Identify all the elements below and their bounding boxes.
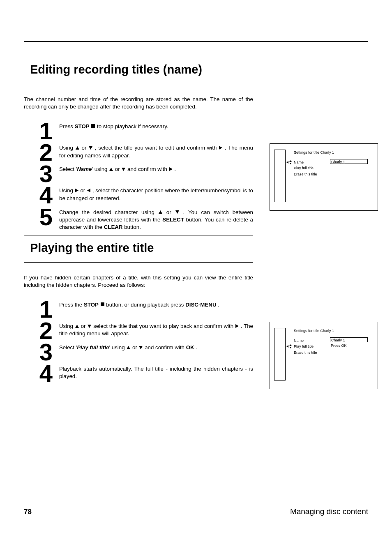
svg-marker-2 xyxy=(89,146,92,150)
svg-rect-0 xyxy=(91,124,95,128)
ok-button-label: OK xyxy=(186,344,194,351)
top-rule xyxy=(24,41,368,42)
section1-intro: The channel number and time of the recor… xyxy=(24,96,253,111)
step-4: 4 Using or , select the character positi… xyxy=(24,184,253,206)
osd-item: Name xyxy=(294,338,317,344)
disc-menu-button-label: DISC-MENU xyxy=(185,302,216,308)
left-icon xyxy=(87,187,91,195)
svg-marker-7 xyxy=(75,189,78,192)
section2-title: Playing the entire title xyxy=(30,241,247,255)
svg-marker-22 xyxy=(289,347,292,348)
svg-marker-6 xyxy=(169,167,173,171)
name-option: Name xyxy=(77,166,92,172)
stop-icon xyxy=(100,301,105,309)
svg-marker-17 xyxy=(235,324,239,328)
osd-item: Erase this title xyxy=(294,350,317,355)
section1-title: Editing recording titles (name) xyxy=(30,63,247,76)
down-icon xyxy=(138,344,143,352)
step-3: 3 Select 'Name' using or and confirm wit… xyxy=(24,163,253,184)
stop-button-label: STOP xyxy=(84,302,99,308)
osd-menu-list: Name Play full title Erase this title xyxy=(294,159,317,177)
down-icon xyxy=(88,145,93,152)
osd-nav-arrows-icon xyxy=(286,344,292,349)
svg-marker-16 xyxy=(88,325,91,328)
svg-marker-3 xyxy=(219,146,222,150)
osd-name-field: Charly 1 xyxy=(330,159,368,164)
step-text: Using or select the title that you want … xyxy=(57,320,253,337)
up-icon xyxy=(75,145,80,152)
right-icon xyxy=(75,187,79,195)
section2-steps: 1 Press the STOP button, or during playb… xyxy=(24,299,368,385)
section2-intro: If you have hidden certain chapters of a… xyxy=(24,274,253,289)
svg-marker-9 xyxy=(159,210,162,214)
step-text: Press STOP to stop playback if necessary… xyxy=(57,120,253,130)
step-text: Change the desired character using or . … xyxy=(57,206,253,231)
step-number: 4 xyxy=(24,184,57,206)
osd-screenshot-2: Settings for title Charly 1 Name Play fu… xyxy=(270,322,378,389)
page-footer: 78 Managing disc content xyxy=(24,507,368,516)
section2-title-box: Playing the entire title xyxy=(24,235,253,263)
svg-rect-14 xyxy=(101,302,104,306)
stop-button-label: STOP xyxy=(75,123,90,129)
step-number: 5 xyxy=(24,206,57,228)
svg-marker-15 xyxy=(75,325,79,328)
page-number: 78 xyxy=(24,508,32,516)
step-text: Select 'Play full title' using or and co… xyxy=(57,341,253,351)
step-3: 3 Select 'Play full title' using or and … xyxy=(24,341,253,363)
svg-marker-18 xyxy=(127,346,130,349)
svg-marker-12 xyxy=(289,160,292,162)
step-text: Using or , select the character position… xyxy=(57,184,253,202)
up-icon xyxy=(158,209,163,216)
step-4: 4 Playback starts automatically. The ful… xyxy=(24,363,253,384)
step-2: 2 Using or select the title that you wan… xyxy=(24,320,253,341)
footer-chapter-title: Managing disc content xyxy=(290,507,368,516)
up-icon xyxy=(126,344,131,352)
step-1: 1 Press the STOP button, or during playb… xyxy=(24,299,253,320)
svg-marker-21 xyxy=(289,344,292,346)
down-icon xyxy=(87,323,92,330)
svg-marker-1 xyxy=(76,146,79,150)
osd-name-field: Charly 1 xyxy=(330,337,368,342)
svg-marker-10 xyxy=(175,210,179,214)
osd-press-ok: Press OK xyxy=(331,344,347,348)
svg-marker-20 xyxy=(286,345,288,348)
svg-marker-4 xyxy=(109,168,113,171)
step-text: Playback starts automatically. The full … xyxy=(57,363,253,380)
down-icon xyxy=(121,166,126,173)
step-5: 5 Change the desired character using or … xyxy=(24,206,253,231)
up-icon xyxy=(75,323,79,330)
svg-marker-11 xyxy=(286,161,288,164)
clear-button-label: CLEAR xyxy=(104,224,123,230)
up-icon xyxy=(109,166,113,173)
step-text: Using or , select the title you want to … xyxy=(57,142,253,159)
svg-marker-5 xyxy=(122,168,125,171)
osd-item: Play full title xyxy=(294,344,317,349)
osd-item: Erase this title xyxy=(294,171,317,177)
step-text: Press the STOP button, or during playbac… xyxy=(57,299,253,309)
svg-marker-13 xyxy=(289,163,292,164)
right-icon xyxy=(219,145,223,152)
osd-item: Play full title xyxy=(294,165,317,171)
step-1: 1 Press STOP to stop playback if necessa… xyxy=(24,120,253,142)
osd-title: Settings for title Charly 1 xyxy=(294,329,334,333)
section1-title-box: Editing recording titles (name) xyxy=(24,57,253,84)
step-number: 4 xyxy=(24,363,57,384)
osd-menu-list: Name Play full title Erase this title xyxy=(294,338,317,355)
svg-marker-8 xyxy=(87,189,90,192)
osd-nav-arrows-icon xyxy=(286,160,292,165)
osd-left-panel xyxy=(274,328,286,380)
right-icon xyxy=(169,166,173,173)
right-icon xyxy=(235,323,239,330)
osd-left-panel xyxy=(274,150,286,202)
svg-marker-19 xyxy=(139,346,143,349)
select-button-label: SELECT xyxy=(162,217,184,223)
play-full-title-option: Play full title xyxy=(77,344,109,351)
section1-steps: 1 Press STOP to stop playback if necessa… xyxy=(24,120,368,231)
stop-icon xyxy=(91,123,95,130)
osd-item: Name xyxy=(294,159,317,165)
step-text: Select 'Name' using or and confirm with … xyxy=(57,163,253,173)
down-icon xyxy=(175,209,180,216)
osd-title: Settings for title Charly 1 xyxy=(294,150,334,155)
step-2: 2 Using or , select the title you want t… xyxy=(24,142,253,163)
osd-screenshot-1: Settings for title Charly 1 Name Play fu… xyxy=(270,143,378,211)
